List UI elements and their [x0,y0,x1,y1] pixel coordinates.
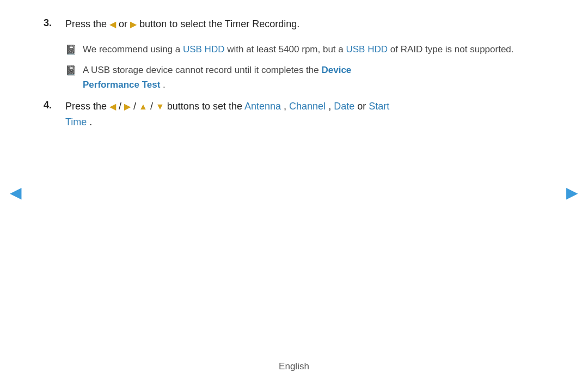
step4-link-antenna[interactable]: Antenna [244,101,281,112]
step4-slash2: / [133,101,139,112]
step4-arrow-down-icon: ▼ [156,102,164,111]
step3-arrow-left-icon: ◀ [109,20,116,29]
step-4-number: 4. [44,99,65,111]
step4-press-the: Press the [65,101,109,112]
step4-link-date[interactable]: Date [334,101,354,112]
page-content: 3. Press the ◀ or ▶ button to select the… [0,0,588,130]
nav-left-button[interactable]: ◀ [10,183,22,201]
step-3-text: Press the ◀ or ▶ button to select the Ti… [65,16,544,32]
step-4-item: 4. Press the ◀ / ▶ / ▲ / ▼ buttons to se… [44,99,544,130]
note-icon-2: 📓 [65,63,83,78]
footer: English [279,361,309,372]
note1-text-before: We recommend using a [83,44,183,54]
note2-text-after: . [163,80,166,90]
nav-right-button[interactable]: ▶ [566,183,578,201]
step4-period: . [89,117,92,127]
step4-arrow-left-icon: ◀ [109,102,116,111]
step3-or: or [119,19,130,29]
step3-arrow-right-icon: ▶ [130,20,137,29]
note1-text-after: of RAID type is not supported. [390,44,514,54]
step-3-item: 3. Press the ◀ or ▶ button to select the… [44,16,544,32]
step4-buttons-text: buttons to set the [167,101,244,112]
step4-slash3: / [150,101,156,112]
step4-arrow-right-icon: ▶ [124,102,131,111]
step4-comma2: , [328,101,334,112]
footer-language: English [279,361,309,371]
step4-comma1: , [284,101,289,112]
note-2-content: A USB storage device cannot record until… [83,63,544,92]
step4-link-channel[interactable]: Channel [289,101,326,112]
note1-link-usb-hdd-2: USB HDD [346,44,388,54]
step4-or: or [357,101,369,112]
note-1: 📓 We recommend using a USB HDD with at l… [65,42,544,57]
step4-arrow-up-icon: ▲ [139,102,148,111]
note-icon-1: 📓 [65,42,83,57]
note2-text-before: A USB storage device cannot record until… [83,65,321,75]
step3-button-text: button to select the Timer Recording. [139,19,299,29]
step-4-text: Press the ◀ / ▶ / ▲ / ▼ buttons to set t… [65,99,544,130]
note1-link-usb-hdd-1: USB HDD [183,44,225,54]
step3-press-the: Press the [65,19,109,29]
note-1-content: We recommend using a USB HDD with at lea… [83,42,544,57]
step-3-number: 3. [44,16,65,29]
note1-text-middle: with at least 5400 rpm, but a [227,44,346,54]
note-2: 📓 A USB storage device cannot record unt… [65,63,544,92]
step4-slash1: / [119,101,124,112]
step-3-notes: 📓 We recommend using a USB HDD with at l… [65,42,544,93]
